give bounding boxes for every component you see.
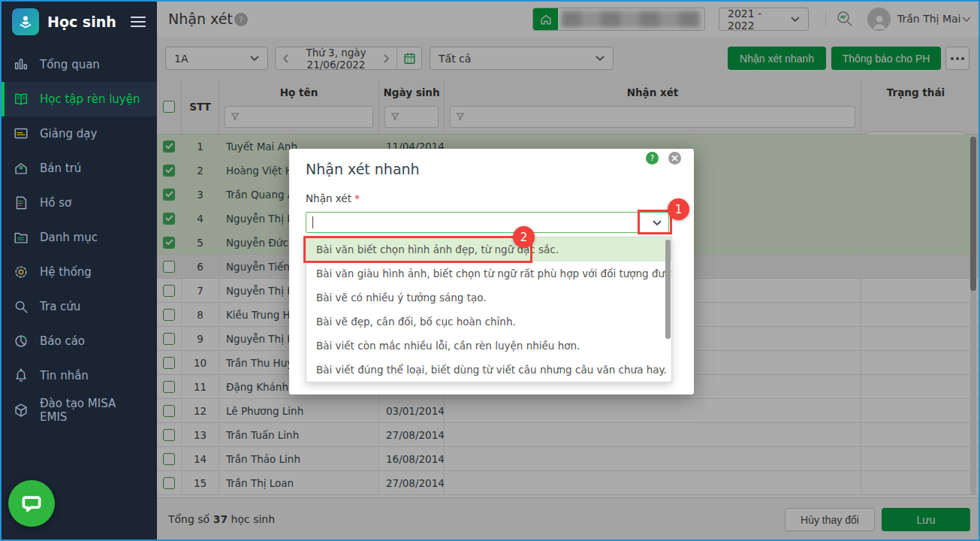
annotation-badge-1: 1	[668, 198, 689, 220]
sidebar-header: Học sinh	[2, 2, 157, 42]
sidebar-item-label: Tổng quan	[40, 58, 100, 71]
comment-option[interactable]: Bài văn giàu hình ảnh, biết chọn từ ngữ …	[306, 261, 671, 286]
sidebar-item[interactable]: Đào tạo MISA EMIS	[2, 393, 157, 428]
sidebar-menu: Tổng quanHọc tập rèn luyệnGiảng dạyBán t…	[2, 47, 157, 428]
comment-field-label: Nhận xét *	[306, 192, 360, 204]
sidebar-item[interactable]: Danh mục	[2, 220, 157, 255]
app-logo-icon	[12, 8, 39, 35]
book-icon	[13, 91, 29, 107]
sidebar-item[interactable]: Tra cứu	[2, 289, 157, 324]
comment-option[interactable]: Bài vẽ đẹp, cân đối, bố cục hoàn chỉnh.	[306, 310, 671, 334]
folder-icon	[13, 229, 29, 246]
quick-comment-modal: ? Nhận xét nhanh Nhận xét * Bài văn biết…	[289, 149, 694, 394]
sidebar-item[interactable]: Hệ thống	[2, 255, 157, 289]
chevron-down-icon[interactable]	[653, 220, 662, 226]
comment-option[interactable]: Bài viết đúng thể loại, biết dùng từ viế…	[306, 358, 671, 382]
dropdown-scrollbar-thumb[interactable]	[665, 240, 671, 339]
comment-option[interactable]: Bài vẽ có nhiều ý tưởng sáng tạo.	[306, 286, 671, 310]
sidebar-item-label: Hệ thống	[40, 265, 92, 279]
screen: Học sinh Tổng quanHọc tập rèn luyệnGiảng…	[0, 0, 980, 541]
comment-dropdown-list: Bài văn biết chọn hình ảnh đẹp, từ ngữ đ…	[306, 237, 672, 382]
sidebar-item[interactable]: Báo cáo	[2, 324, 157, 358]
modal-close-icon[interactable]	[668, 152, 681, 165]
sidebar-item-label: Bán trú	[40, 162, 81, 175]
required-asterisk: *	[354, 192, 360, 204]
sidebar-item[interactable]: Tổng quan	[2, 47, 157, 82]
bell-icon	[13, 367, 29, 384]
sidebar-item[interactable]: Giảng dạy	[2, 116, 157, 151]
chat-bubble-button[interactable]	[8, 480, 55, 527]
presentation-icon	[13, 125, 29, 142]
comment-option[interactable]: Bài viết còn mắc nhiều lỗi, cần rèn luyệ…	[306, 334, 671, 358]
sidebar-item-label: Tra cứu	[40, 300, 80, 313]
sidebar-item-label: Tin nhắn	[40, 369, 89, 382]
sidebar-item[interactable]: Học tập rèn luyện	[2, 82, 157, 116]
bar-chart-icon	[13, 56, 29, 73]
cube-icon	[13, 402, 29, 419]
app-title: Học sinh	[47, 14, 122, 30]
home-icon	[13, 160, 29, 177]
sidebar-item-label: Báo cáo	[40, 334, 85, 348]
sidebar-item-label: Đào tạo MISA EMIS	[40, 397, 146, 424]
pie-chart-icon	[13, 333, 29, 349]
sidebar-item-label: Hồ sơ	[40, 196, 71, 210]
modal-title: Nhận xét nhanh	[306, 161, 420, 177]
text-cursor	[312, 216, 313, 228]
annotation-badge-2: 2	[513, 226, 535, 248]
sidebar-item[interactable]: Hồ sơ	[2, 186, 157, 220]
comment-option[interactable]: Bài văn biết chọn hình ảnh đẹp, từ ngữ đ…	[306, 237, 671, 261]
search-icon	[13, 298, 29, 315]
sidebar-item[interactable]: Bán trú	[2, 151, 157, 186]
document-icon	[13, 195, 29, 211]
sidebar-item-label: Giảng dạy	[40, 127, 97, 141]
comment-combobox[interactable]	[306, 212, 669, 233]
hamburger-menu-icon[interactable]	[130, 16, 146, 28]
sidebar-item-label: Học tập rèn luyện	[40, 92, 140, 106]
modal-help-icon[interactable]: ?	[646, 152, 659, 165]
sidebar-item[interactable]: Tin nhắn	[2, 358, 157, 393]
sidebar-item-label: Danh mục	[40, 231, 98, 244]
gear-icon	[13, 264, 29, 280]
chat-bubble-icon	[19, 491, 44, 516]
sidebar: Học sinh Tổng quanHọc tập rèn luyệnGiảng…	[2, 2, 157, 539]
